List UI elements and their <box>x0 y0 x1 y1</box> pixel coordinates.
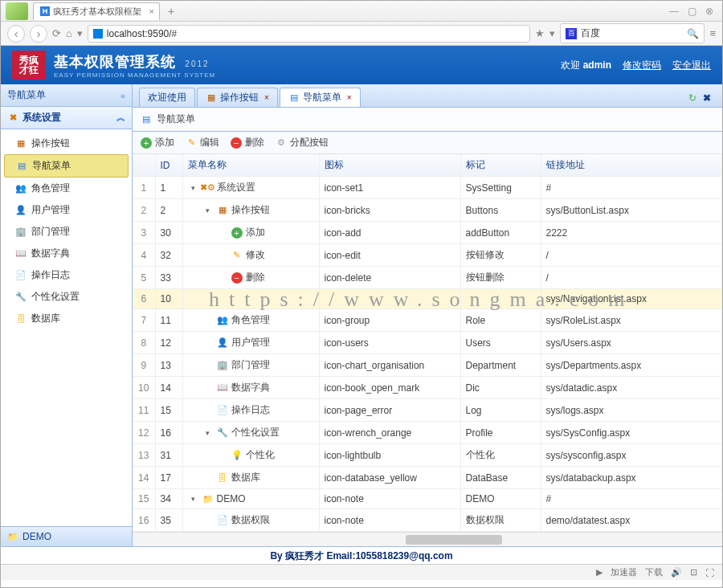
close-tab-icon[interactable]: × <box>149 6 154 16</box>
sidebar-item-label: 导航菜单 <box>32 159 71 173</box>
table-row[interactable]: 6 10 sys/NavigationList.aspx <box>133 289 722 309</box>
sidebar-item-label: 用户管理 <box>31 203 70 217</box>
more-icon[interactable]: ▾ <box>549 27 555 39</box>
cell-mark: 按钮删除 <box>460 267 541 289</box>
table-row[interactable]: 15 34 ▾📁DEMO icon-note DEMO # <box>133 489 722 509</box>
tree-expander-icon[interactable]: ▾ <box>191 184 199 192</box>
col-rownum[interactable] <box>133 154 155 177</box>
url-field[interactable]: localhost:9590/# <box>88 25 531 43</box>
sidebar-item-role[interactable]: 👥角色管理 <box>1 178 132 199</box>
scrollbar-thumb[interactable] <box>406 535 502 545</box>
cell-id: 16 <box>155 422 182 444</box>
table-row[interactable]: 3 30 +添加 icon-add addButton 2222 <box>133 222 722 244</box>
cell-id: 2 <box>155 199 182 222</box>
sidebar-item-dept[interactable]: 🏢部门管理 <box>1 221 132 243</box>
back-button[interactable]: ‹ <box>7 25 25 43</box>
sidebar-item-dict[interactable]: 📖数据字典 <box>1 243 132 264</box>
cell-rownum: 4 <box>133 244 155 267</box>
delete-button[interactable]: −删除 <box>231 136 264 149</box>
accordion-demo[interactable]: 📁 DEMO <box>1 526 132 546</box>
close-window-icon[interactable]: ⊗ <box>703 6 716 17</box>
status-fullscreen-icon[interactable]: ⛶ <box>705 568 714 578</box>
status-accelerator[interactable]: 加速器 <box>611 566 637 578</box>
role-icon: 👥 <box>217 315 228 326</box>
status-zoom-icon[interactable]: ⊡ <box>690 567 697 578</box>
table-row[interactable]: 7 11 👥角色管理 icon-group Role sys/RoleList.… <box>133 309 722 332</box>
dict-icon: 📖 <box>15 248 27 259</box>
table-row[interactable]: 16 35 📄数据权限 icon-note 数据权限 demo/datatest… <box>133 509 722 532</box>
cell-mark: Users <box>460 332 541 354</box>
tab-bricks[interactable]: ▦操作按钮× <box>197 88 278 107</box>
cell-name: +添加 <box>182 222 319 244</box>
horizontal-scrollbar[interactable] <box>133 532 722 546</box>
cell-icon: icon-users <box>319 332 460 354</box>
table-row[interactable]: 14 17 🗄数据库 icon-database_yellow DataBase… <box>133 467 722 489</box>
tree-expander-icon[interactable]: ▾ <box>206 206 214 214</box>
cell-id: 35 <box>155 509 182 532</box>
browser-tab[interactable]: H 疯狂秀才基本权限框架 × <box>33 2 160 20</box>
tab-welcome[interactable]: 欢迎使用 <box>139 88 195 107</box>
sidebar-item-user[interactable]: 👤用户管理 <box>1 199 132 221</box>
table-row[interactable]: 8 12 👤用户管理 icon-users Users sys/Users.as… <box>133 332 722 354</box>
logout-link[interactable]: 安全退出 <box>672 59 711 72</box>
minimize-icon[interactable]: ― <box>668 6 680 17</box>
col-name[interactable]: 菜单名称 <box>182 154 319 177</box>
close-tab-icon[interactable]: × <box>264 93 269 102</box>
col-link[interactable]: 链接地址 <box>541 154 722 177</box>
close-all-tabs-icon[interactable]: ✖ <box>703 92 711 104</box>
table-row[interactable]: 12 16 ▾🔧个性化设置 icon-wrench_orange Profile… <box>133 422 722 444</box>
assign-button[interactable]: ⚙分配按钮 <box>276 136 329 149</box>
search-icon[interactable]: 🔍 <box>687 28 699 39</box>
sidebar-item-db[interactable]: 🗄数据库 <box>1 308 132 329</box>
bookmark-icon[interactable]: ★ <box>535 27 545 39</box>
cell-id: 14 <box>155 377 182 399</box>
table-row[interactable]: 9 13 🏢部门管理 icon-chart_organisation Depar… <box>133 354 722 377</box>
cell-name: 💡个性化 <box>182 444 319 467</box>
tree-expander-icon[interactable]: ▾ <box>191 495 199 503</box>
reload-icon[interactable]: ⟳ <box>52 27 61 39</box>
col-id[interactable]: ID <box>155 154 182 177</box>
menu-icon[interactable]: ▾ <box>77 27 83 39</box>
forward-button[interactable]: › <box>30 25 47 43</box>
cell-mark: SysSetting <box>460 177 541 199</box>
new-tab-button[interactable]: + <box>161 3 181 19</box>
data-grid[interactable]: ID 菜单名称 图标 标记 链接地址 1 1 ▾✖⚙系统设置 icon-set1… <box>133 154 722 532</box>
status-sound-icon[interactable]: 🔊 <box>671 567 682 578</box>
maximize-icon[interactable]: ▢ <box>685 6 698 17</box>
status-play-icon[interactable]: ▶ <box>596 567 602 578</box>
table-row[interactable]: 5 33 −删除 icon-delete 按钮删除 / <box>133 267 722 289</box>
home-icon[interactable]: ⌂ <box>66 27 72 39</box>
edit-button[interactable]: ✎编辑 <box>186 136 219 149</box>
sidebar-item-nav[interactable]: ▤导航菜单 <box>4 154 129 178</box>
search-field[interactable]: 百 百度 🔍 <box>560 23 705 43</box>
window-controls: ― ▢ ⊗ <box>668 6 722 17</box>
change-password-link[interactable]: 修改密码 <box>623 59 661 72</box>
browser-menu-icon[interactable]: ≡ <box>709 27 716 39</box>
cell-id: 13 <box>155 354 182 377</box>
cell-name: 🗄数据库 <box>182 467 319 489</box>
col-mark[interactable]: 标记 <box>460 154 541 177</box>
col-icon[interactable]: 图标 <box>319 154 460 177</box>
table-row[interactable]: 4 32 ✎修改 icon-edit 按钮修改 / <box>133 244 722 267</box>
cell-icon: icon-lightbulb <box>319 444 460 467</box>
refresh-icon[interactable]: ↻ <box>688 92 696 104</box>
status-download[interactable]: 下载 <box>645 566 663 578</box>
table-row[interactable]: 1 1 ▾✖⚙系统设置 icon-set1 SysSetting # <box>133 177 722 199</box>
tree-expander-icon[interactable]: ▾ <box>206 429 214 437</box>
table-row[interactable]: 2 2 ▾▦操作按钮 icon-bricks Buttons sys/Butto… <box>133 199 722 222</box>
sidebar-item-bricks[interactable]: ▦操作按钮 <box>1 133 132 154</box>
accordion-system-settings[interactable]: ✖ 系统设置 ︽ <box>1 107 132 129</box>
cell-icon: icon-add <box>319 222 460 244</box>
sidebar-item-log[interactable]: 📄操作日志 <box>1 264 132 286</box>
add-button[interactable]: +添加 <box>141 136 174 149</box>
collapse-section-icon[interactable]: ︽ <box>116 112 125 124</box>
table-row[interactable]: 10 14 📖数据字典 icon-book_open_mark Dic sys/… <box>133 377 722 399</box>
tab-nav[interactable]: ▤导航菜单× <box>280 88 361 107</box>
table-row[interactable]: 11 15 📄操作日志 icon-page_error Log sys/logs… <box>133 399 722 422</box>
cell-mark: 按钮修改 <box>460 244 541 267</box>
table-row[interactable]: 13 31 💡个性化 icon-lightbulb 个性化 sys/syscon… <box>133 444 722 467</box>
db-icon: 🗄 <box>15 313 27 325</box>
collapse-sidebar-icon[interactable]: « <box>120 91 125 100</box>
sidebar-item-wrench[interactable]: 🔧个性化设置 <box>1 286 132 308</box>
close-tab-icon[interactable]: × <box>347 93 352 102</box>
